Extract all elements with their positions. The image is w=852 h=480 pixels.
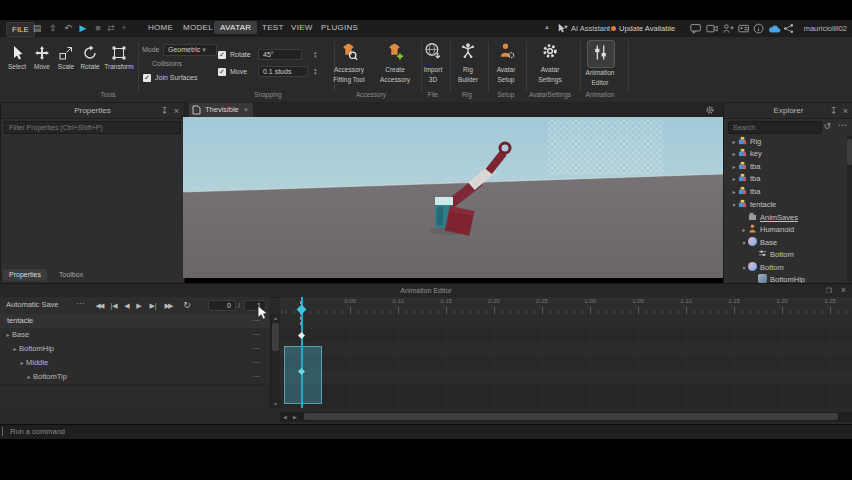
rotate-snap-value[interactable]: 45° (258, 49, 302, 60)
tab-plugins[interactable]: PLUGINS (315, 21, 364, 34)
expand-icon[interactable]: ▸ (4, 328, 12, 342)
properties-filter-input[interactable]: Filter Properties (Ctrl+Shift+P) (4, 121, 181, 134)
timeline-horizontal-scrollbar[interactable]: ◀ ▶ (280, 412, 852, 422)
scrollbar-handle[interactable] (847, 139, 852, 165)
collapse-ribbon-icon[interactable]: ▲ (544, 24, 550, 30)
tree-item-tba-3[interactable]: ▸tba (724, 186, 847, 198)
tracks-vertical-scrollbar[interactable]: ▲ ▼ (270, 314, 280, 408)
add-friend-icon[interactable] (722, 23, 734, 35)
collapse-tree-icon[interactable]: ▾ (730, 199, 738, 211)
explorer-search-input[interactable]: Search (728, 121, 822, 134)
tab-properties-bottom[interactable]: Properties (3, 269, 47, 281)
tab-view[interactable]: VIEW (285, 21, 319, 34)
cloud-sync-icon[interactable] (768, 23, 781, 35)
track-menu-icon[interactable]: ⋯ (253, 328, 261, 342)
expand-icon[interactable]: ▸ (730, 173, 738, 185)
expand-icon[interactable]: ▸ (730, 136, 738, 148)
tab-toolbox-bottom[interactable]: Toolbox (53, 269, 89, 281)
chat-icon[interactable] (690, 23, 702, 35)
tree-item-tba-2[interactable]: ▸tba (724, 173, 847, 185)
history-icon[interactable]: ↺ (823, 121, 831, 131)
avatar-setup-button[interactable]: Avatar Setup (484, 42, 528, 83)
collapse-tree-icon[interactable]: ▾ (740, 237, 748, 249)
pin-icon[interactable]: ↧ (159, 104, 170, 119)
play-icon[interactable]: ▶ (77, 22, 89, 34)
rotate-tool-button[interactable]: Rotate (77, 45, 103, 70)
pin-icon[interactable]: ↧ (828, 104, 839, 119)
tree-item-key[interactable]: ▸key (724, 148, 847, 160)
skip-forward-button[interactable]: ▶▶ (161, 300, 175, 311)
info-icon[interactable] (753, 23, 765, 35)
undo-icon[interactable]: ↶ (62, 22, 74, 34)
username-label[interactable]: mauriciolill02 (804, 24, 847, 33)
select-tool-button[interactable]: Select (4, 45, 30, 70)
rig-name-row[interactable]: tentacle⋯ (0, 314, 270, 329)
expand-icon[interactable]: ▸ (730, 161, 738, 173)
expand-icon[interactable]: ▸ (25, 370, 33, 384)
tree-item-tentacle[interactable]: ▾tentacle (724, 199, 847, 211)
timeline-ruler[interactable]: 0:05 0:10 0:15 0:20 0:25 1:00 1:05 1:10 … (280, 297, 852, 315)
move-stepper[interactable]: ▴▾ (314, 67, 317, 75)
accessory-fitting-tool-button[interactable]: Accessory Fitting Tool (327, 42, 371, 83)
scale-tool-button[interactable]: Scale (53, 45, 79, 70)
step-backward-button[interactable]: ◀ (122, 300, 132, 311)
tab-model[interactable]: MODEL (177, 21, 219, 34)
tree-item-bottom[interactable]: ▾Bottom (724, 262, 847, 274)
viewport-3d[interactable] (183, 117, 723, 278)
ai-assistant-label[interactable]: AI Assistant (571, 24, 610, 33)
rotate-stepper[interactable]: ▴▾ (314, 50, 317, 58)
track-row-bottomhip[interactable]: ▸BottomHip⋯ (0, 342, 270, 357)
avatar-settings-button[interactable]: Avatar Settings (528, 42, 572, 83)
move-snap-value[interactable]: 0.1 studs (258, 66, 308, 77)
animation-editor-button[interactable]: Animation Editor (578, 42, 622, 86)
close-icon[interactable]: × (171, 104, 182, 119)
scroll-up-icon[interactable]: ▲ (271, 315, 280, 321)
stepper-down-icon[interactable]: ▾ (314, 53, 317, 59)
collapse-tree-icon[interactable]: ▾ (740, 262, 748, 274)
go-to-start-button[interactable]: |◀ (108, 300, 120, 311)
command-input[interactable]: Run a command (0, 427, 65, 436)
close-icon[interactable]: × (840, 104, 851, 119)
close-tab-icon[interactable]: × (244, 105, 248, 114)
track-row-bottomtip[interactable]: ▸BottomTip⋯ (0, 370, 270, 385)
playhead-position-input[interactable]: 0 (208, 300, 236, 311)
connect-icon[interactable] (783, 23, 795, 35)
scroll-down-icon[interactable]: ▼ (271, 401, 280, 407)
skip-backward-button[interactable]: ◀◀ (92, 300, 106, 311)
tree-item-humanoid[interactable]: ▸Humanoid (724, 224, 847, 236)
move-snap-checkbox[interactable]: ✓ (218, 68, 226, 76)
transform-tool-button[interactable]: Transform (103, 45, 135, 70)
publish-icon[interactable]: ⇧ (47, 22, 59, 34)
track-menu-icon[interactable]: ⋯ (253, 370, 261, 384)
update-available-label[interactable]: Update Available (619, 24, 675, 33)
scroll-left-icon[interactable]: ◀ (283, 414, 287, 420)
step-forward-button[interactable]: ▶| (147, 300, 159, 311)
collisions-label[interactable]: Collisions (152, 60, 182, 67)
move-tool-button[interactable]: Move (29, 45, 55, 70)
tree-item-bottom-bone[interactable]: Bottom (724, 249, 847, 261)
stepper-down-icon[interactable]: ▾ (314, 70, 317, 76)
play-button[interactable]: ▶ (134, 300, 144, 311)
viewport-settings-gear-icon[interactable] (705, 105, 715, 115)
more-options-icon[interactable]: ⋯ (76, 299, 84, 308)
track-menu-icon[interactable]: ⋯ (253, 356, 261, 370)
expand-icon[interactable]: ▸ (730, 186, 738, 198)
tree-item-tba-1[interactable]: ▸tba (724, 161, 847, 173)
autosave-dropdown[interactable]: Automatic Save (6, 300, 70, 309)
rotate-snap-checkbox[interactable]: ✓ (218, 51, 226, 59)
add-icon[interactable]: + (118, 22, 130, 34)
expand-icon[interactable]: ▸ (730, 148, 738, 160)
tree-item-base[interactable]: ▾Base (724, 237, 847, 249)
close-icon[interactable]: × (841, 284, 846, 297)
expand-icon[interactable]: ▸ (740, 224, 748, 236)
stop-icon[interactable]: ■ (92, 22, 104, 34)
join-surfaces-checkbox[interactable]: ✓ (143, 74, 151, 82)
more-options-icon[interactable]: ⋯ (838, 120, 847, 130)
expand-icon[interactable]: ▸ (11, 342, 19, 356)
scrollbar-handle[interactable] (272, 323, 279, 351)
loop-button[interactable]: ↻ (182, 300, 192, 311)
dock-icon[interactable]: ❐ (826, 284, 832, 297)
id-badge-icon[interactable] (738, 23, 750, 35)
tab-home[interactable]: HOME (142, 21, 179, 34)
swap-icon[interactable]: ⇄ (105, 22, 117, 34)
